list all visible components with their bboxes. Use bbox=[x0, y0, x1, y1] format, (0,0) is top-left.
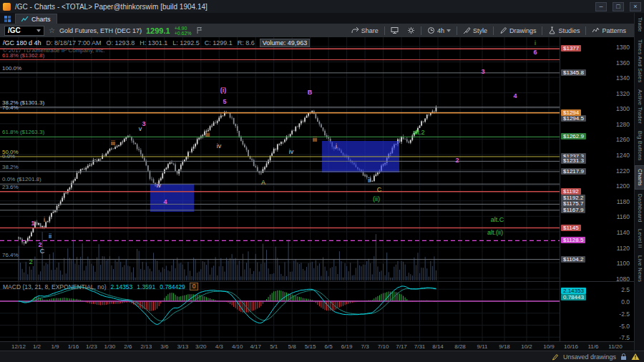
timeframe-dropdown-icon bbox=[447, 29, 451, 32]
date-axis-label: 4/17 bbox=[250, 343, 261, 350]
wave-label[interactable]: alt.(ii) bbox=[487, 229, 503, 236]
minimize-button[interactable]: – bbox=[595, 2, 607, 11]
wave-label[interactable]: 2 bbox=[29, 258, 32, 265]
sidebar-item-level-ii[interactable]: Level II bbox=[635, 226, 644, 251]
wave-label[interactable]: B bbox=[308, 89, 313, 96]
symbol-dropdown-icon[interactable] bbox=[36, 29, 41, 32]
ohlc-close: C: 1299.1 bbox=[205, 39, 233, 47]
style-button[interactable]: Style bbox=[459, 26, 491, 35]
wave-label[interactable]: iv bbox=[217, 142, 222, 150]
date-axis-label: 1/16 bbox=[68, 343, 79, 350]
wave-label[interactable]: v bbox=[139, 125, 142, 132]
change-value: +4.90 bbox=[175, 26, 192, 31]
sidebar-item-trade[interactable]: Trade bbox=[635, 14, 644, 35]
wave-label[interactable]: iii bbox=[205, 131, 210, 138]
macd-zero-value: 0 bbox=[190, 283, 199, 290]
share-button[interactable]: Share bbox=[348, 26, 382, 35]
price-bubble: $1145 bbox=[561, 225, 581, 231]
macd-axis[interactable]: 2.50.0-2.5-5.0-7.52.143530.78443 bbox=[560, 281, 634, 341]
sidebar-item-charts[interactable]: Charts bbox=[635, 165, 644, 190]
date-axis-label: 6/19 bbox=[341, 343, 353, 350]
date-axis-label: 1/23 bbox=[86, 343, 97, 350]
unsaved-pencil-icon bbox=[552, 353, 559, 361]
gear-icon bbox=[407, 26, 415, 34]
date-axis-label: 1/9 bbox=[51, 343, 59, 350]
watchlist-star-icon[interactable]: ☆ bbox=[49, 26, 55, 34]
price-bubble: $1192.2 bbox=[561, 195, 585, 201]
wave-label[interactable]: 1 bbox=[31, 220, 34, 227]
date-axis-label: 4/10 bbox=[232, 343, 243, 350]
timeframe-button[interactable]: 4h bbox=[424, 26, 454, 35]
wave-label[interactable]: 4 bbox=[513, 92, 517, 99]
fib-level-label: 61.8% ($1263.3) bbox=[2, 129, 44, 135]
macd-value: 2.14353 bbox=[111, 283, 133, 290]
macd-axis-tick: -5.0 bbox=[619, 323, 630, 330]
status-bar: Unsaved drawings bbox=[0, 351, 644, 362]
wave-label[interactable]: (ii) bbox=[373, 195, 380, 202]
date-axis[interactable]: 12/121/21/91/161/231/302/62/133/63/133/2… bbox=[0, 341, 634, 351]
alert-triangle-icon[interactable] bbox=[631, 353, 640, 361]
wave-label[interactable]: alt.C bbox=[491, 216, 504, 223]
wave-label[interactable]: iv bbox=[289, 148, 294, 155]
studies-button[interactable]: Studies bbox=[545, 26, 583, 35]
wave-label[interactable]: ii bbox=[368, 177, 371, 184]
chart-symbol-label: /GC 180 d 4h bbox=[3, 39, 42, 47]
price-axis-column: $1377$1345.8$1294.5$1294$1262.9$1237.3$1… bbox=[560, 37, 634, 341]
thinkorswim-window: /GC - Charts - <TOTAL> Paper@thinkorswim… bbox=[0, 0, 644, 362]
fib-level-label: 0.0% bbox=[2, 154, 15, 160]
workspace-grid-icon[interactable] bbox=[4, 16, 11, 22]
wave-label[interactable]: 3 bbox=[481, 68, 484, 75]
wave-label[interactable]: 3 bbox=[142, 120, 145, 127]
maximize-button[interactable]: □ bbox=[613, 2, 624, 11]
wave-label[interactable]: i bbox=[535, 39, 536, 47]
macd-canvas[interactable] bbox=[0, 282, 560, 341]
tab-charts[interactable]: Charts bbox=[15, 14, 57, 24]
close-button[interactable]: × bbox=[630, 2, 641, 11]
lock-icon[interactable] bbox=[620, 353, 627, 361]
wave-label[interactable]: iii bbox=[313, 136, 317, 143]
macd-header[interactable]: MACD (13, 21, 8, EXPONENTIAL, no) 2.1435… bbox=[3, 283, 198, 290]
wave-label[interactable]: 2 bbox=[455, 157, 459, 164]
price-axis-tick: 1100 bbox=[617, 260, 630, 267]
volume-readout[interactable]: Volume: 49,963 bbox=[260, 39, 311, 47]
macd-axis-tick: -7.5 bbox=[619, 334, 630, 341]
drawings-button[interactable]: Drawings bbox=[496, 26, 540, 35]
wave-label[interactable]: i bbox=[336, 142, 337, 150]
sidebar-item-times-and-sales[interactable]: Times And Sales bbox=[635, 36, 644, 86]
wave-label[interactable]: C bbox=[377, 186, 382, 193]
patterns-button[interactable]: Patterns bbox=[588, 26, 630, 35]
macd-diff-value: 0.784429 bbox=[160, 283, 185, 290]
price-axis-tick: 1080 bbox=[616, 275, 630, 281]
wave-label[interactable]: 5 bbox=[223, 98, 226, 105]
wave-label[interactable]: i bbox=[44, 216, 45, 223]
settings-button[interactable] bbox=[404, 26, 419, 35]
wave-label[interactable]: ii bbox=[49, 233, 52, 240]
instrument-description: Gold Futures, ETH (DEC 17) bbox=[59, 27, 142, 34]
macd-axis-tick: 2.5 bbox=[621, 286, 630, 293]
price-bubble: $1294 bbox=[561, 109, 581, 116]
wave-label[interactable]: A bbox=[261, 179, 265, 186]
sidebar-item-dashboard[interactable]: Dashboard bbox=[635, 191, 644, 225]
wave-label[interactable]: 6 bbox=[533, 49, 537, 56]
wave-label[interactable]: (i) bbox=[220, 87, 227, 94]
price-axis-tick: 1380 bbox=[616, 44, 630, 51]
wave-label[interactable]: alt.2 bbox=[412, 129, 424, 136]
date-axis-label: 3/20 bbox=[195, 343, 207, 350]
detach-button[interactable] bbox=[387, 26, 402, 35]
wave-label[interactable]: 4 bbox=[163, 198, 167, 205]
date-axis-label: 5/8 bbox=[288, 343, 296, 350]
fib-level-label: 38.2% bbox=[2, 165, 19, 170]
wave-label[interactable]: iii bbox=[111, 140, 115, 147]
price-axis-tick: 1120 bbox=[617, 245, 630, 252]
flag-icon[interactable] bbox=[196, 26, 203, 34]
date-axis-label: 1/2 bbox=[33, 343, 41, 350]
wave-label[interactable]: C bbox=[40, 248, 45, 255]
sidebar-item-big-buttons[interactable]: Big Buttons bbox=[635, 128, 644, 164]
symbol-input[interactable]: /GC bbox=[4, 26, 44, 36]
symbol-value: /GC bbox=[8, 26, 34, 34]
wave-label[interactable]: iv bbox=[157, 182, 162, 189]
sidebar-item-active-trader[interactable]: Active Trader bbox=[635, 87, 644, 127]
sidebar-item-live-news[interactable]: Live News bbox=[635, 253, 644, 285]
price-chart-canvas[interactable] bbox=[0, 37, 560, 281]
price-axis[interactable]: $1377$1345.8$1294.5$1294$1262.9$1237.3$1… bbox=[560, 37, 634, 281]
